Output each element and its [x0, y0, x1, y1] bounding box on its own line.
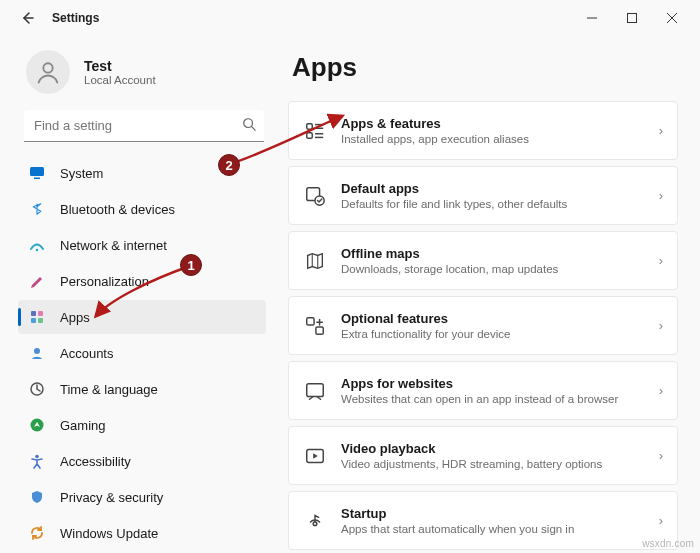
bluetooth-icon: [28, 200, 46, 218]
annotation-badge-1: 1: [180, 254, 202, 276]
chevron-right-icon: ›: [659, 188, 663, 203]
person-icon: [34, 58, 62, 86]
avatar: [26, 50, 70, 94]
user-subtitle: Local Account: [84, 74, 156, 86]
card-default-apps[interactable]: Default apps Defaults for file and link …: [288, 166, 678, 225]
card-subtitle: Video adjustments, HDR streaming, batter…: [341, 458, 645, 470]
sidebar-item-label: Apps: [60, 310, 90, 325]
maximize-icon: [627, 13, 637, 23]
network-icon: [28, 236, 46, 254]
svg-rect-22: [307, 132, 313, 138]
svg-rect-11: [31, 311, 36, 316]
sidebar-item-network[interactable]: Network & internet: [18, 228, 266, 262]
svg-line-7: [252, 127, 256, 131]
apps-icon: [28, 308, 46, 326]
card-subtitle: Extra functionality for your device: [341, 328, 645, 340]
sidebar-item-time-language[interactable]: Time & language: [18, 372, 266, 406]
card-subtitle: Installed apps, app execution aliases: [341, 133, 645, 145]
accessibility-icon: [28, 452, 46, 470]
card-title: Default apps: [341, 181, 645, 196]
sidebar-item-personalization[interactable]: Personalization: [18, 264, 266, 298]
card-offline-maps[interactable]: Offline maps Downloads, storage location…: [288, 231, 678, 290]
chevron-right-icon: ›: [659, 383, 663, 398]
svg-rect-19: [307, 123, 313, 129]
chevron-right-icon: ›: [659, 123, 663, 138]
maximize-button[interactable]: [612, 4, 652, 32]
settings-window: Settings Test Local Account: [0, 0, 700, 553]
svg-rect-29: [307, 317, 314, 324]
card-video-playback[interactable]: Video playback Video adjustments, HDR st…: [288, 426, 678, 485]
sidebar-item-accessibility[interactable]: Accessibility: [18, 444, 266, 478]
svg-rect-8: [30, 167, 44, 176]
svg-rect-12: [38, 311, 43, 316]
video-playback-icon: [303, 444, 327, 468]
settings-cards: Apps & features Installed apps, app exec…: [288, 101, 678, 550]
window-controls: [572, 4, 692, 32]
chevron-right-icon: ›: [659, 448, 663, 463]
chevron-right-icon: ›: [659, 513, 663, 528]
sidebar-item-label: Gaming: [60, 418, 106, 433]
sidebar-item-label: Time & language: [60, 382, 158, 397]
apps-websites-icon: [303, 379, 327, 403]
window-title: Settings: [52, 11, 99, 25]
page-title: Apps: [292, 52, 680, 83]
search-icon: [242, 117, 256, 134]
card-subtitle: Defaults for file and link types, other …: [341, 198, 645, 210]
minimize-button[interactable]: [572, 4, 612, 32]
titlebar: Settings: [0, 0, 700, 36]
back-arrow-icon: [20, 10, 36, 26]
offline-maps-icon: [303, 249, 327, 273]
user-profile[interactable]: Test Local Account: [18, 42, 270, 110]
close-icon: [667, 13, 677, 23]
sidebar-item-label: Personalization: [60, 274, 149, 289]
nav-list: System Bluetooth & devices Network & int…: [18, 156, 270, 550]
sidebar-item-label: Accessibility: [60, 454, 131, 469]
sidebar: Test Local Account System Bluetooth & de…: [0, 36, 282, 553]
sidebar-item-label: Accounts: [60, 346, 113, 361]
card-title: Video playback: [341, 441, 645, 456]
watermark: wsxdn.com: [642, 538, 694, 549]
sidebar-item-privacy[interactable]: Privacy & security: [18, 480, 266, 514]
back-button[interactable]: [14, 4, 42, 32]
sidebar-item-gaming[interactable]: Gaming: [18, 408, 266, 442]
personalization-icon: [28, 272, 46, 290]
svg-rect-14: [38, 318, 43, 323]
card-apps-features[interactable]: Apps & features Installed apps, app exec…: [288, 101, 678, 160]
card-startup[interactable]: Startup Apps that start automatically wh…: [288, 491, 678, 550]
sidebar-item-bluetooth[interactable]: Bluetooth & devices: [18, 192, 266, 226]
svg-rect-33: [307, 383, 324, 396]
svg-rect-30: [316, 326, 323, 333]
svg-point-6: [244, 119, 253, 128]
time-language-icon: [28, 380, 46, 398]
search-input[interactable]: [24, 110, 264, 142]
card-apps-for-websites[interactable]: Apps for websites Websites that can open…: [288, 361, 678, 420]
accounts-icon: [28, 344, 46, 362]
sidebar-item-windows-update[interactable]: Windows Update: [18, 516, 266, 550]
card-subtitle: Apps that start automatically when you s…: [341, 523, 645, 535]
sidebar-item-label: Windows Update: [60, 526, 158, 541]
sidebar-item-label: Privacy & security: [60, 490, 163, 505]
card-title: Apps & features: [341, 116, 645, 131]
user-name: Test: [84, 58, 156, 74]
search-field[interactable]: [24, 110, 264, 142]
sidebar-item-apps[interactable]: Apps: [18, 300, 266, 334]
card-optional-features[interactable]: Optional features Extra functionality fo…: [288, 296, 678, 355]
svg-point-15: [34, 348, 40, 354]
annotation-badge-2: 2: [218, 154, 240, 176]
svg-rect-13: [31, 318, 36, 323]
startup-icon: [303, 509, 327, 533]
svg-point-5: [43, 63, 52, 72]
card-subtitle: Websites that can open in an app instead…: [341, 393, 645, 405]
close-button[interactable]: [652, 4, 692, 32]
gaming-icon: [28, 416, 46, 434]
chevron-right-icon: ›: [659, 253, 663, 268]
apps-features-icon: [303, 119, 327, 143]
privacy-icon: [28, 488, 46, 506]
windows-update-icon: [28, 524, 46, 542]
optional-features-icon: [303, 314, 327, 338]
card-title: Offline maps: [341, 246, 645, 261]
system-icon: [28, 164, 46, 182]
default-apps-icon: [303, 184, 327, 208]
sidebar-item-accounts[interactable]: Accounts: [18, 336, 266, 370]
card-title: Startup: [341, 506, 645, 521]
